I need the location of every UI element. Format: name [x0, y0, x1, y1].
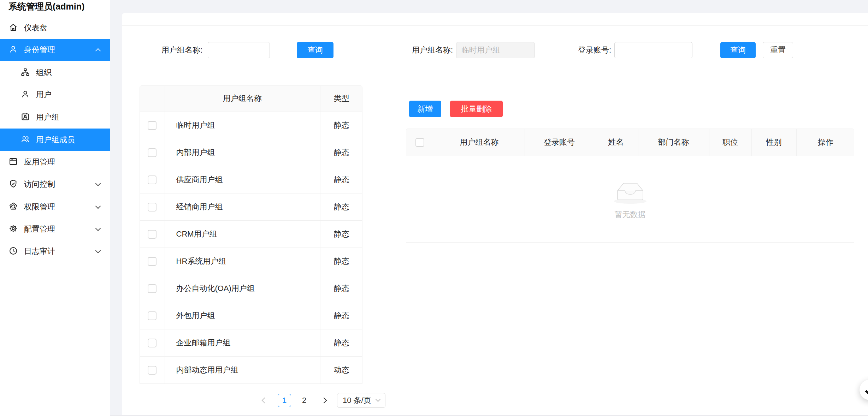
sidebar: 系统管理员(admin) 仪表盘 身份管理 组织 用户 用户组 用户组成员 应用…	[0, 0, 110, 417]
home-icon	[8, 23, 18, 34]
login-account-label: 登录账号:	[546, 42, 611, 58]
sidebar-item-app-management[interactable]: 应用管理	[0, 151, 110, 173]
batch-delete-button[interactable]: 批量删除	[450, 101, 503, 117]
group-search-button[interactable]: 查询	[297, 42, 333, 58]
users-group-icon	[20, 135, 30, 145]
next-page-icon	[321, 398, 327, 404]
page-size-select[interactable]: 10 条/页	[337, 393, 385, 408]
group-row[interactable]: 内部用户组静态	[140, 139, 362, 166]
row-checkbox[interactable]	[148, 257, 157, 266]
group-name-column-header: 用户组名称	[165, 86, 320, 112]
user-icon	[20, 89, 30, 100]
name-column-header: 姓名	[594, 129, 638, 156]
position-column-header: 职位	[709, 129, 751, 156]
org-chart-icon	[20, 67, 30, 78]
row-checkbox[interactable]	[148, 148, 157, 157]
member-search-button[interactable]: 查询	[720, 42, 756, 58]
row-checkbox[interactable]	[148, 121, 157, 130]
group-type-cell: 静态	[320, 139, 362, 166]
content-card: 用户组名称: 查询 用户组名称 类型 临时用户组静态 内部用户组静态 供应商用户…	[122, 13, 868, 415]
group-row[interactable]: 内部动态用用户组动态	[140, 356, 362, 383]
actions-column-header: 操作	[796, 129, 854, 156]
user-plus-icon	[864, 384, 868, 396]
row-checkbox[interactable]	[148, 203, 157, 212]
sidebar-item-permission-management[interactable]: 权限管理	[0, 196, 110, 218]
row-checkbox[interactable]	[148, 230, 157, 239]
select-column-header	[140, 86, 165, 112]
sidebar-item-user-group-members[interactable]: 用户组成员	[0, 129, 110, 151]
row-checkbox[interactable]	[148, 175, 157, 184]
page-2-button[interactable]: 2	[297, 394, 311, 407]
group-name-cell: 临时用户组	[165, 112, 320, 139]
group-name-cell: 企业邮箱用户组	[165, 329, 320, 356]
sidebar-item-user-groups[interactable]: 用户组	[0, 106, 110, 128]
prev-page-button[interactable]	[258, 394, 271, 407]
horizontal-scrollbar-track[interactable]	[110, 415, 868, 417]
group-name-cell: 经销商用户组	[165, 193, 320, 220]
add-button[interactable]: 新增	[409, 101, 441, 117]
group-row[interactable]: CRM用户组静态	[140, 220, 362, 248]
chevron-down-icon	[95, 180, 101, 186]
group-name-search-input[interactable]	[208, 42, 270, 58]
page: { "sidebar": { "title": "系统管理员(admin)", …	[0, 0, 868, 417]
sidebar-item-access-control[interactable]: 访问控制	[0, 173, 110, 195]
id-badge-icon	[20, 112, 30, 123]
pagination: 1 2 10 条/页	[258, 393, 385, 408]
chevron-down-icon	[376, 397, 380, 402]
row-checkbox[interactable]	[148, 311, 157, 320]
next-page-button[interactable]	[317, 394, 331, 407]
select-all-checkbox[interactable]	[415, 138, 424, 147]
group-name-cell: 办公自动化(OA)用户组	[165, 275, 320, 302]
empty-state: 暂无数据	[406, 156, 854, 242]
empty-box-icon	[612, 178, 649, 204]
sidebar-item-identity-management[interactable]: 身份管理	[0, 39, 110, 61]
member-group-name-label: 用户组名称:	[390, 42, 453, 58]
sidebar-item-dashboard[interactable]: 仪表盘	[0, 17, 110, 39]
type-column-header: 类型	[320, 86, 362, 112]
group-row[interactable]: 办公自动化(OA)用户组静态	[140, 275, 362, 302]
pentagon-seal-icon	[8, 202, 18, 213]
group-name-search-label: 用户组名称:	[143, 42, 202, 58]
row-checkbox[interactable]	[148, 366, 157, 375]
gear-icon	[8, 224, 18, 235]
group-name-cell: CRM用户组	[165, 220, 320, 248]
clock-icon	[8, 246, 18, 257]
group-name-cell: 内部动态用用户组	[165, 356, 320, 383]
app-window-icon	[8, 157, 18, 168]
group-name-cell: 内部用户组	[165, 139, 320, 166]
group-type-cell: 静态	[320, 329, 362, 356]
group-type-cell: 静态	[320, 193, 362, 220]
group-row[interactable]: 外包用户组静态	[140, 302, 362, 329]
group-type-cell: 静态	[320, 275, 362, 302]
group-type-cell: 静态	[320, 166, 362, 193]
group-row[interactable]: 临时用户组静态	[140, 112, 362, 139]
member-group-name-input[interactable]	[456, 42, 535, 58]
chevron-down-icon	[95, 248, 101, 253]
panel-divider	[377, 26, 377, 415]
reset-button[interactable]: 重置	[763, 42, 793, 58]
sidebar-item-organization[interactable]: 组织	[0, 62, 110, 84]
group-row[interactable]: 供应商用户组静态	[140, 166, 362, 193]
user-icon	[8, 44, 18, 55]
chevron-down-icon	[95, 203, 101, 209]
sidebar-item-users[interactable]: 用户	[0, 84, 110, 106]
group-type-cell: 动态	[320, 356, 362, 383]
table-header-row: 用户组名称 类型	[140, 86, 362, 112]
members-header-row: 用户组名称 登录账号 姓名 部门名称 职位 性别 操作	[406, 129, 854, 156]
chevron-up-icon	[95, 48, 101, 54]
group-row[interactable]: 企业邮箱用户组静态	[140, 329, 362, 356]
sidebar-item-config-management[interactable]: 配置管理	[0, 218, 110, 240]
group-row[interactable]: HR系统用户组静态	[140, 248, 362, 275]
group-row[interactable]: 经销商用户组静态	[140, 193, 362, 220]
department-column-header: 部门名称	[638, 129, 709, 156]
row-checkbox[interactable]	[148, 339, 157, 347]
sidebar-item-log-audit[interactable]: 日志审计	[0, 240, 110, 262]
prev-page-icon	[262, 398, 268, 404]
row-checkbox[interactable]	[148, 284, 157, 293]
page-size-value: 10 条/页	[343, 395, 371, 406]
empty-text: 暂无数据	[615, 209, 646, 220]
page-1-button[interactable]: 1	[278, 394, 291, 407]
group-members-table: 用户组名称 登录账号 姓名 部门名称 职位 性别 操作 暂无数据	[406, 129, 854, 243]
member-group-column-header: 用户组名称	[434, 129, 525, 156]
login-account-input[interactable]	[614, 42, 692, 58]
